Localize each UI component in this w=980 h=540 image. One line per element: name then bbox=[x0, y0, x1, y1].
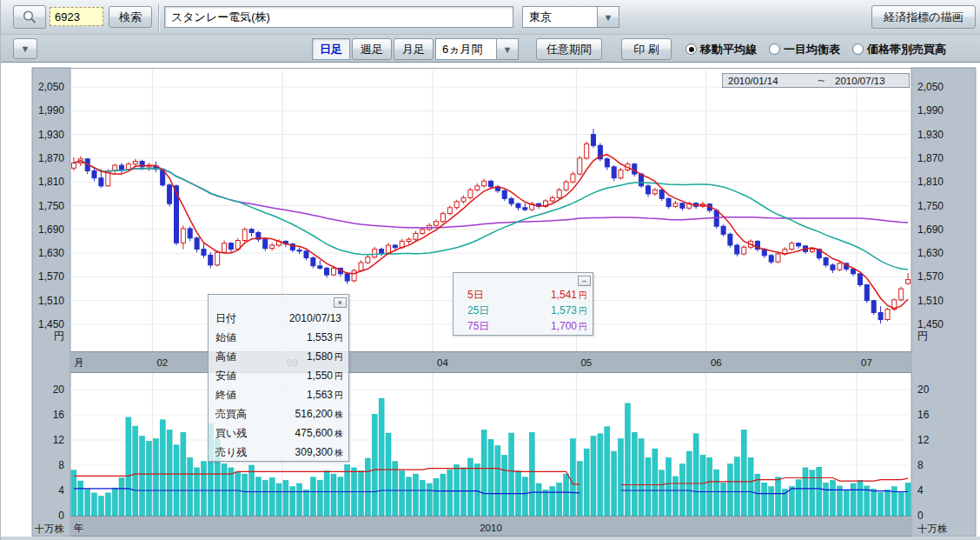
date-range-start: 2010/01/14 bbox=[728, 76, 778, 86]
svg-text:月: 月 bbox=[74, 357, 84, 368]
print-button[interactable]: 印 刷 bbox=[621, 38, 672, 60]
svg-text:円: 円 bbox=[917, 330, 928, 342]
svg-text:16: 16 bbox=[53, 409, 65, 421]
radio-unselected-icon bbox=[852, 43, 864, 55]
economic-indicator-button[interactable]: 経済指標の描画 bbox=[871, 5, 976, 29]
svg-text:20: 20 bbox=[53, 383, 65, 396]
radio-volume-by-price[interactable]: 価格帯別売買高 bbox=[852, 42, 946, 57]
stock-chart-application: 検索 東京 ▼ 経済指標の描画 ▼ 日足 週足 月足 6ヵ月間 ▼ 任意期間 印… bbox=[0, 0, 980, 540]
stock-name-input[interactable] bbox=[164, 6, 513, 28]
svg-text:円: 円 bbox=[54, 330, 64, 342]
radio-moving-average[interactable]: 移動平均線 bbox=[685, 42, 757, 57]
svg-text:十万株: 十万株 bbox=[35, 523, 65, 534]
toolbar-second: ▼ 日足 週足 月足 6ヵ月間 ▼ 任意期間 印 刷 移動平均線 一目均衡表 価… bbox=[1, 35, 980, 63]
svg-text:2,050: 2,050 bbox=[38, 81, 64, 93]
tooltip-value: 1,550円 bbox=[307, 370, 343, 383]
tooltip-value: 516,200株 bbox=[295, 408, 343, 421]
svg-text:1,690: 1,690 bbox=[38, 223, 64, 236]
chevron-down-icon[interactable]: ▼ bbox=[597, 6, 619, 28]
svg-text:16: 16 bbox=[917, 409, 930, 421]
tooltip-row: 安値1,550円 bbox=[209, 366, 348, 385]
ma-legend-row: 25日1,573円 bbox=[454, 303, 593, 318]
chevron-down-icon[interactable]: ▼ bbox=[496, 38, 519, 60]
tooltip-label: 高値 bbox=[215, 350, 236, 364]
svg-text:1,570: 1,570 bbox=[917, 270, 944, 283]
svg-text:2010: 2010 bbox=[480, 523, 502, 533]
svg-text:1,570: 1,570 bbox=[38, 270, 64, 283]
tooltip-label: 始値 bbox=[215, 330, 236, 345]
svg-text:1,810: 1,810 bbox=[917, 176, 944, 188]
exchange-select-value: 東京 bbox=[522, 6, 597, 28]
price-tooltip-rows: 日付2010/07/13始値1,553円高値1,580円安値1,550円終値1,… bbox=[209, 309, 348, 462]
exchange-select[interactable]: 東京 ▼ bbox=[522, 6, 619, 28]
tooltip-row: 日付2010/07/13 bbox=[209, 309, 348, 328]
ma-value: 1,573円 bbox=[551, 304, 587, 317]
close-icon[interactable]: × bbox=[334, 297, 347, 308]
svg-text:4: 4 bbox=[917, 484, 924, 497]
ma-legend-rows: 5日1,541円25日1,573円75日1,700円 bbox=[454, 287, 593, 334]
stock-code-input[interactable] bbox=[50, 7, 103, 26]
tooltip-label: 売り残 bbox=[215, 445, 247, 460]
svg-text:05: 05 bbox=[580, 357, 592, 368]
svg-text:1,810: 1,810 bbox=[38, 176, 64, 188]
volume-bars bbox=[71, 398, 910, 516]
svg-text:1,930: 1,930 bbox=[38, 129, 64, 141]
svg-text:1,750: 1,750 bbox=[38, 200, 64, 212]
radio-selected-icon bbox=[685, 43, 697, 55]
tab-daily[interactable]: 日足 bbox=[312, 38, 350, 60]
svg-text:十万株: 十万株 bbox=[917, 523, 948, 534]
period-select[interactable]: 6ヵ月間 ▼ bbox=[435, 38, 519, 60]
tooltip-row: 売買高516,200株 bbox=[209, 404, 348, 423]
tooltip-value: 1,553円 bbox=[307, 331, 343, 344]
svg-text:0: 0 bbox=[58, 510, 64, 522]
svg-text:8: 8 bbox=[917, 459, 924, 471]
tooltip-label: 売買高 bbox=[215, 407, 247, 422]
tooltip-label: 終値 bbox=[215, 388, 236, 403]
ma-legend-row: 75日1,700円 bbox=[454, 318, 593, 334]
svg-text:1,930: 1,930 bbox=[917, 129, 944, 141]
tooltip-value: 309,300株 bbox=[295, 446, 343, 459]
tooltip-value: 2010/07/13 bbox=[289, 312, 343, 324]
search-button[interactable]: 検索 bbox=[109, 6, 152, 28]
tooltip-value: 1,580円 bbox=[307, 350, 343, 363]
period-select-value: 6ヵ月間 bbox=[435, 38, 496, 60]
price-tooltip-panel: × 日付2010/07/13始値1,553円高値1,580円安値1,550円終値… bbox=[208, 294, 349, 462]
svg-text:06: 06 bbox=[711, 357, 722, 368]
search-icon-button[interactable] bbox=[13, 5, 46, 29]
toolbar-divider bbox=[158, 3, 159, 31]
svg-text:1,450: 1,450 bbox=[917, 318, 944, 330]
svg-text:8: 8 bbox=[58, 459, 64, 471]
svg-text:2,050: 2,050 bbox=[917, 81, 944, 93]
tooltip-label: 日付 bbox=[215, 311, 236, 326]
tab-monthly[interactable]: 月足 bbox=[394, 38, 434, 60]
date-range-box: 2010/01/14 ～ 2010/07/13 bbox=[722, 73, 910, 88]
tooltip-label: 安値 bbox=[215, 369, 236, 383]
ma-period-label: 5日 bbox=[467, 288, 484, 303]
svg-text:1,630: 1,630 bbox=[38, 247, 64, 259]
svg-text:1,990: 1,990 bbox=[917, 104, 944, 117]
custom-period-button[interactable]: 任意期間 bbox=[536, 38, 602, 60]
svg-text:1,990: 1,990 bbox=[38, 104, 64, 117]
tooltip-value: 1,563円 bbox=[307, 389, 343, 402]
toolbar-top: 検索 東京 ▼ 経済指標の描画 bbox=[1, 0, 980, 35]
ma-legend-header: − bbox=[454, 273, 593, 287]
minimize-icon[interactable]: − bbox=[578, 276, 591, 286]
svg-text:年: 年 bbox=[73, 523, 84, 533]
date-range-end: 2010/07/13 bbox=[835, 76, 885, 86]
svg-text:07: 07 bbox=[861, 357, 872, 368]
svg-text:0: 0 bbox=[917, 510, 924, 522]
ma-period-label: 25日 bbox=[467, 303, 489, 318]
collapse-arrow-button[interactable]: ▼ bbox=[13, 38, 37, 59]
svg-text:1,870: 1,870 bbox=[38, 152, 64, 164]
ma75-line bbox=[74, 161, 908, 228]
radio-ichimoku[interactable]: 一目均衡表 bbox=[769, 42, 840, 57]
tooltip-row: 始値1,553円 bbox=[209, 328, 348, 347]
svg-text:02: 02 bbox=[156, 357, 168, 368]
ma-value: 1,541円 bbox=[551, 289, 587, 302]
tooltip-row: 買い残475,600株 bbox=[209, 423, 348, 443]
tooltip-row: 高値1,580円 bbox=[209, 347, 348, 366]
ma-value: 1,700円 bbox=[551, 320, 587, 333]
tab-weekly[interactable]: 週足 bbox=[352, 38, 392, 60]
tooltip-label: 買い残 bbox=[215, 426, 247, 441]
indicator-radio-group: 移動平均線 一目均衡表 価格帯別売買高 bbox=[685, 38, 946, 60]
